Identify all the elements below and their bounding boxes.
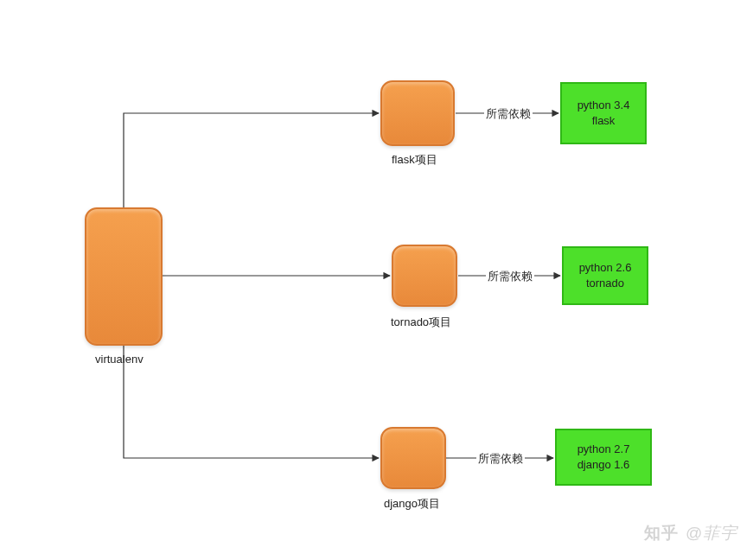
flask-project-label: flask项目 <box>392 152 437 168</box>
tornado-env-line2: tornado <box>586 276 624 291</box>
flask-env-node: python 3.4 flask <box>560 82 647 144</box>
watermark-brand: 知乎 <box>644 522 679 544</box>
django-project-node <box>380 427 446 489</box>
django-env-node: python 2.7 django 1.6 <box>555 429 652 486</box>
watermark: 知乎 @菲宇 <box>644 522 737 544</box>
flask-edge-label: 所需依赖 <box>484 106 533 122</box>
virtualenv-node <box>85 207 163 346</box>
tornado-edge-label: 所需依赖 <box>486 269 534 284</box>
virtualenv-label: virtualenv <box>95 353 144 366</box>
tornado-project-label: tornado项目 <box>391 315 451 330</box>
django-env-line1: python 2.7 <box>578 442 630 457</box>
flask-env-line1: python 3.4 <box>578 98 630 113</box>
flask-env-line2: flask <box>592 113 616 129</box>
flask-project-node <box>380 80 455 146</box>
tornado-project-node <box>392 245 457 307</box>
django-project-label: django项目 <box>384 496 440 512</box>
django-env-line2: django 1.6 <box>578 457 630 473</box>
tornado-env-line1: python 2.6 <box>579 260 632 276</box>
watermark-author: @菲宇 <box>686 522 737 544</box>
tornado-env-node: python 2.6 tornado <box>562 246 648 305</box>
django-edge-label: 所需依赖 <box>476 451 525 467</box>
